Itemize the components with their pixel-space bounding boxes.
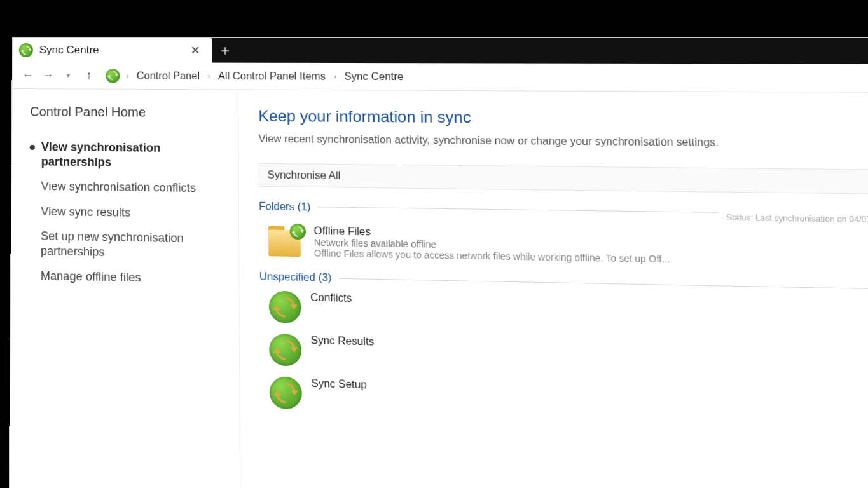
back-button[interactable]: ← (18, 66, 36, 84)
chevron-right-icon: › (206, 71, 211, 80)
bullet-icon (30, 145, 35, 150)
item-text: Sync Results (311, 334, 375, 348)
folder-sync-icon (268, 224, 305, 257)
sync-icon (106, 69, 120, 83)
item-title: Sync Results (311, 334, 375, 348)
sidebar-item-view-partnerships[interactable]: View synchronisation partnerships (30, 136, 226, 177)
sync-icon (19, 43, 33, 57)
sidebar-item-label: View synchronisation partnerships (41, 140, 226, 171)
sidebar-item-manage-offline[interactable]: Manage offline files (29, 264, 226, 294)
breadcrumb-item[interactable]: Control Panel (133, 67, 203, 85)
chevron-right-icon: › (332, 72, 338, 81)
page-heading: Keep your information in sync (258, 107, 868, 130)
divider (317, 207, 719, 213)
sidebar-item-label: View synchronisation conflicts (41, 179, 196, 196)
content-body: Control Panel Home View synchronisation … (10, 89, 868, 488)
sidebar-item-label: View sync results (41, 204, 130, 220)
tab-title: Sync Centre (39, 44, 99, 57)
toolbar: Synchronise All (259, 163, 868, 195)
item-title: Conflicts (310, 292, 352, 304)
sidebar-item-label: Set up new synchronisation partnerships (41, 229, 227, 261)
sidebar-home-link[interactable]: Control Panel Home (30, 104, 226, 120)
up-button[interactable]: ↑ (80, 67, 98, 85)
sidebar-item-view-conflicts[interactable]: View synchronisation conflicts (29, 175, 226, 202)
item-title: Sync Setup (311, 377, 367, 391)
sync-icon (270, 376, 302, 409)
sidebar-item-label: Manage offline files (41, 269, 141, 285)
forward-button[interactable]: → (39, 67, 57, 85)
nav-bar: ← → ▾ ↑ › Control Panel › All Control Pa… (12, 62, 868, 93)
sidebar-item-setup-partnerships[interactable]: Set up new synchronisation partnerships (29, 225, 227, 268)
divider (338, 278, 868, 290)
item-text: Offline Files Network files available of… (314, 226, 670, 265)
sync-icon (269, 334, 301, 367)
group-label: Unspecified (3) (259, 271, 332, 284)
page-subtitle: View recent synchronisation activity, sy… (258, 133, 868, 150)
breadcrumb-item[interactable]: All Control Panel Items (214, 67, 330, 85)
sync-centre-window: Sync Centre ✕ ＋ ← → ▾ ↑ › Control Panel … (10, 38, 868, 488)
chevron-right-icon: › (125, 71, 130, 80)
sync-icon (269, 291, 301, 324)
list-item-offline-files[interactable]: Offline Files Network files available of… (259, 220, 868, 276)
breadcrumb-item[interactable]: Sync Centre (340, 68, 408, 85)
status-label: Status: Last synchronisation on 04/07/20… (726, 213, 868, 226)
close-tab-button[interactable]: ✕ (188, 41, 203, 60)
new-tab-button[interactable]: ＋ (212, 38, 238, 63)
recent-locations-button[interactable]: ▾ (60, 67, 78, 85)
item-text: Conflicts (310, 292, 352, 304)
group-label: Folders (1) (259, 200, 310, 213)
sidebar: Control Panel Home View synchronisation … (10, 89, 241, 488)
sidebar-item-view-results[interactable]: View sync results (29, 200, 226, 227)
tab-strip: Sync Centre ✕ ＋ (13, 38, 868, 64)
sync-all-button[interactable]: Synchronise All (267, 169, 340, 181)
item-text: Sync Setup (311, 377, 367, 391)
tab-sync-centre[interactable]: Sync Centre ✕ (13, 38, 212, 63)
main-panel: Keep your information in sync View recen… (238, 90, 868, 488)
group-status: Progress: Status: Last synchronisation o… (726, 202, 868, 226)
